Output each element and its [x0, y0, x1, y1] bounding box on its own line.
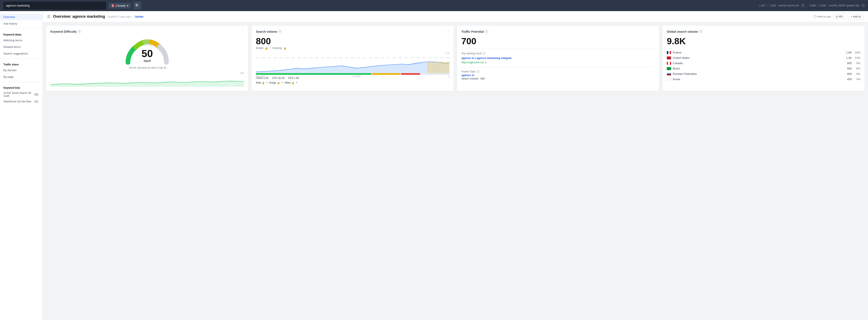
- tp-divider-2: [461, 67, 655, 67]
- country-row-4: Russian Federation 600 6%: [667, 72, 860, 76]
- tp-url-text[interactable]: https://agencem.ca/: [461, 61, 484, 64]
- tp-parent-help-icon[interactable]: ?: [476, 70, 479, 73]
- brazil-flag-icon: [667, 67, 671, 70]
- tp-parent-topic-label: Parent Topic ?: [461, 70, 655, 73]
- tp-parent-topic-val[interactable]: agence m: [461, 74, 655, 77]
- sidebar-item-by-page[interactable]: By page: [0, 74, 42, 80]
- sidebar-item-related-terms[interactable]: Related terms: [0, 43, 42, 50]
- country-val-2: 800: [844, 62, 852, 65]
- sv-feature-video: Video 🔒: [284, 81, 294, 84]
- country-pct-4: 6%: [854, 72, 860, 76]
- sv-meta: Mobile 🔒 • Desktop 🔒: [256, 47, 450, 50]
- tp-top-ranking-link[interactable]: agence m | agence marketing intégrée: [461, 56, 655, 60]
- kd-gauge: 50 Hard: [124, 37, 170, 64]
- sv-chart-svg: [256, 55, 450, 74]
- topbar-stats: 1,347 / 1,400 weekly reports left ? 4,98…: [759, 4, 865, 7]
- topbar: 🇨🇦 Canada ▾ 🔍 1,347 / 1,400 weekly repor…: [0, 0, 868, 11]
- add-to-button[interactable]: + Add to: [848, 14, 864, 20]
- tp-sv-val: 600: [480, 77, 485, 80]
- country-pct-2: 8%: [854, 62, 860, 65]
- sv-title-label: Search volume: [256, 30, 277, 33]
- country-selector[interactable]: 🇨🇦 Canada ▾: [108, 3, 131, 8]
- sv-help-icon[interactable]: ?: [279, 30, 281, 33]
- add-to-label: + Add to: [851, 15, 861, 18]
- search-input-wrap[interactable]: [3, 2, 106, 9]
- country-pct-1: 14%: [854, 56, 860, 59]
- gsv-card-title: Global search volume ?: [667, 30, 860, 33]
- search-icon: 🔍: [135, 4, 140, 8]
- how-to-use-button[interactable]: ? How to use: [813, 15, 831, 18]
- search-button[interactable]: 🔍: [133, 2, 141, 9]
- sidebar-item-matching-terms[interactable]: Matching terms: [0, 37, 42, 43]
- sv-chart: 1.1K Sep 2015 Jul 2025 0: [256, 52, 450, 71]
- sidebar-item-overview[interactable]: Overview: [0, 14, 42, 20]
- svg-marker-2: [256, 62, 450, 73]
- sv-desktop-label: Desktop: [273, 47, 282, 50]
- page-title: Overview: agence marketing: [53, 14, 105, 19]
- kd-title-label: Keyword Difficulty: [51, 30, 77, 33]
- sidebar-item-search-suggestions[interactable]: Search suggestions: [0, 50, 42, 57]
- search-input[interactable]: [6, 4, 103, 7]
- monthly-updates-label: monthly SERP updates left: [829, 4, 859, 7]
- kd-trend-svg: [51, 72, 244, 87]
- hamburger-icon[interactable]: ☰: [47, 14, 51, 19]
- country-name-4: Russian Federation: [673, 72, 842, 76]
- canada-flag-icon: [667, 62, 671, 65]
- gsv-value: 9.8K: [667, 37, 860, 46]
- country-val-5: 450: [844, 78, 852, 81]
- kd-help-icon[interactable]: ?: [78, 30, 81, 33]
- country-row-2: Canada 800 8%: [667, 62, 860, 65]
- sv-desktop-lock-icon: 🔒: [284, 47, 287, 50]
- sv-date-end: Jul 2025: [352, 75, 361, 78]
- kd-menu-icon[interactable]: ⋮: [241, 29, 245, 34]
- sidebar-divider-1: [0, 29, 42, 29]
- kd-difficulty-label: Hard: [142, 59, 153, 63]
- country-val-4: 600: [844, 72, 852, 76]
- sidebar: Overview Ads history Keyword ideas Match…: [0, 11, 43, 320]
- tp-url-arrow-icon: ▼: [485, 61, 487, 64]
- gsv-help-icon[interactable]: ?: [699, 30, 702, 33]
- weekly-reports-label: weekly reports left: [778, 4, 799, 7]
- russia-flag-icon: [667, 72, 671, 76]
- country-name-3: Brazil: [673, 67, 842, 70]
- weekly-help-icon[interactable]: ?: [801, 4, 804, 7]
- sidebar-item-ads-history[interactable]: Ads history: [0, 20, 42, 27]
- country-label: Canada: [116, 4, 126, 7]
- main-content: ☰ Overview: agence marketing Updated 3 d…: [43, 11, 868, 320]
- france-flag-icon: [667, 51, 671, 54]
- us-flag-icon: [667, 56, 671, 59]
- country-pct-5: 4%: [854, 78, 860, 81]
- sidebar-list-item-0[interactable]: Archer Social Search 38 Audit 38: [0, 90, 42, 99]
- sidebar-list-item-1[interactable]: SteelSeries Q3 Net New 11: [0, 99, 42, 104]
- sv-menu-icon[interactable]: ⋮: [446, 29, 450, 34]
- dropdown-arrow-icon: ▾: [127, 4, 128, 7]
- weekly-reports-total: 1,400: [770, 4, 776, 7]
- monthly-updates-total: 5,000: [820, 4, 826, 7]
- sv-feature-image: Image 🔒: [269, 81, 280, 84]
- help-circle-icon: ?: [813, 15, 816, 18]
- tp-title-label: Traffic Potential: [461, 30, 484, 33]
- monthly-help-icon[interactable]: ?: [862, 4, 865, 7]
- kd-gauge-center: 50 Hard: [142, 49, 153, 63]
- tp-top-ranking-url: https://agencem.ca/ ▼: [461, 61, 655, 64]
- sv-feature-sep2: •: [282, 81, 283, 84]
- country-name-5: Korea: [673, 78, 842, 81]
- tp-card-title: Traffic Potential ?: [461, 30, 655, 33]
- main-layout: Overview Ads history Keyword ideas Match…: [0, 11, 868, 320]
- cards-grid: Keyword Difficulty ? ⋮: [43, 22, 868, 94]
- tp-top-ranking-help-icon[interactable]: ?: [483, 52, 486, 55]
- country-row-3: Brazil 800 8%: [667, 67, 860, 70]
- api-button[interactable]: {} API: [833, 14, 846, 20]
- gsv-title-label: Global search volume: [667, 30, 698, 33]
- sv-chart-max: 1.1K: [256, 52, 450, 55]
- tp-help-icon[interactable]: ?: [485, 30, 488, 33]
- country-row-1: United States 1.4K 14%: [667, 56, 860, 59]
- sidebar-section-keyword-lists: Keyword lists: [0, 84, 42, 90]
- sv-dot-sep: •: [270, 47, 271, 50]
- tp-top-ranking-label: Top ranking result ?: [461, 52, 655, 55]
- svg-marker-3: [427, 62, 450, 73]
- update-button[interactable]: Update: [135, 15, 144, 18]
- tp-value: 700: [461, 37, 655, 46]
- monthly-updates-used: 4,988: [809, 4, 816, 7]
- sidebar-item-by-domain[interactable]: By domain: [0, 67, 42, 74]
